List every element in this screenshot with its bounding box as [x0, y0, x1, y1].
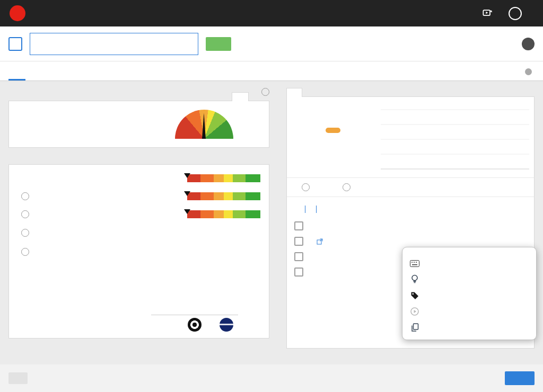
- video-lesson-icon: [483, 9, 492, 17]
- tag-list-icon: [410, 260, 419, 267]
- rating-marker: [184, 191, 190, 196]
- tab-results[interactable]: [25, 71, 42, 81]
- help-button[interactable]: [509, 7, 522, 20]
- related-checkbox[interactable]: [294, 268, 303, 277]
- rating-bar: [187, 192, 260, 200]
- score-analysis-title: [8, 159, 269, 164]
- score-help-icon[interactable]: [261, 88, 269, 96]
- tag-list-popup: [402, 247, 537, 340]
- help-icon[interactable]: [21, 210, 29, 218]
- tag-icon: [410, 291, 419, 300]
- related-checkbox[interactable]: [294, 252, 303, 261]
- top-bar: [0, 0, 543, 26]
- tab-unweighted[interactable]: [249, 96, 261, 101]
- rating-marker: [184, 173, 190, 178]
- lightbulb-icon: [410, 274, 419, 284]
- explore-button[interactable]: [206, 37, 231, 51]
- related-item: [294, 218, 527, 234]
- help-icon[interactable]: [21, 192, 29, 200]
- footer-bar: [0, 364, 543, 392]
- help-icon[interactable]: [21, 229, 29, 237]
- back-to-trending-button[interactable]: [8, 372, 28, 384]
- stat-row: [17, 242, 260, 261]
- help-icon[interactable]: [343, 183, 351, 191]
- target-icon: [188, 318, 202, 332]
- keyword-input[interactable]: [30, 33, 198, 55]
- insert-video-item: [410, 307, 529, 316]
- help-icon[interactable]: [302, 183, 310, 191]
- topic-planner-item[interactable]: [410, 274, 529, 284]
- tab-youtube[interactable]: [286, 88, 302, 97]
- copy-icon: [410, 323, 419, 332]
- tubebuddy-logo: [10, 5, 25, 21]
- external-link-icon[interactable]: [315, 238, 325, 245]
- tab-summary[interactable]: [8, 69, 25, 81]
- copy-clipboard-item[interactable]: [410, 323, 529, 332]
- analysis-row: [17, 205, 260, 223]
- score-analysis-card: [8, 164, 269, 338]
- seo-studio-item[interactable]: [410, 291, 529, 300]
- range-30-days-button[interactable]: [326, 128, 340, 133]
- overall-score-card: [8, 101, 269, 148]
- avg-label: [153, 318, 172, 332]
- help-icon[interactable]: [21, 248, 29, 256]
- interest-line-chart: [371, 104, 530, 172]
- rating-marker: [184, 209, 190, 214]
- channel-avatar: [220, 318, 233, 332]
- stat-row: [17, 223, 260, 242]
- required-data-disclaimer[interactable]: [525, 68, 535, 81]
- separator: [305, 206, 305, 213]
- related-checkbox[interactable]: [294, 237, 303, 246]
- play-circle-icon: [410, 307, 419, 316]
- main-tabs: [0, 61, 543, 81]
- tab-google[interactable]: [304, 92, 312, 96]
- info-icon: [525, 68, 532, 75]
- tab-common-tags[interactable]: [323, 92, 331, 96]
- score-gauge: [175, 110, 233, 139]
- tab-video-topics[interactable]: [314, 92, 321, 96]
- analysis-row: [17, 169, 260, 187]
- vs-label: [17, 264, 134, 332]
- overall-score-title: [8, 96, 232, 101]
- separator: [316, 206, 317, 213]
- tab-weighted[interactable]: [232, 92, 249, 101]
- video-stats-row: [287, 181, 534, 193]
- action-button[interactable]: [505, 371, 535, 385]
- learn-button[interactable]: [483, 9, 497, 17]
- keyword-checkbox[interactable]: [8, 37, 22, 51]
- rating-bar: [187, 210, 260, 218]
- vs-bar-chart: [134, 264, 260, 332]
- related-checkbox[interactable]: [294, 221, 303, 230]
- keywords-selected-badge: [522, 38, 535, 50]
- search-bar: [0, 26, 543, 61]
- rating-bar: [187, 174, 260, 182]
- comparison-row: [17, 264, 260, 332]
- score-column: [8, 88, 269, 338]
- analysis-row: [17, 187, 260, 205]
